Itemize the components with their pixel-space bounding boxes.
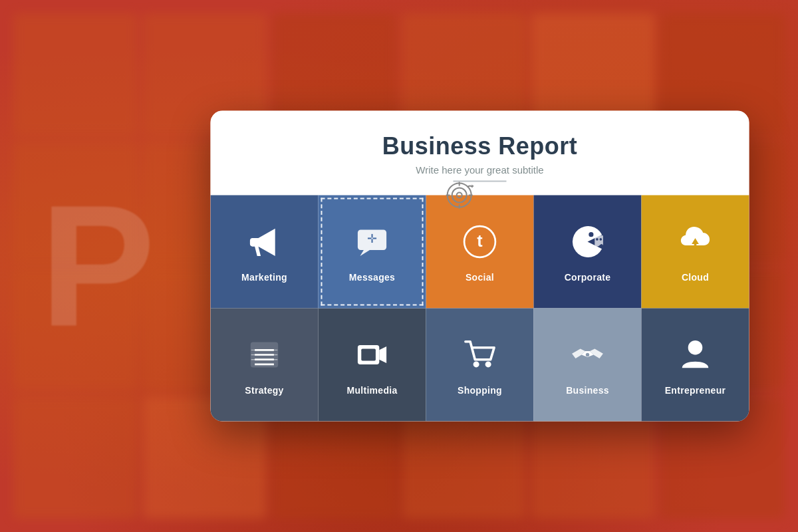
card-title: Business Report <box>224 132 736 160</box>
svg-marker-9 <box>360 250 370 256</box>
tiles-grid: Marketing ✛ Messages t Socia <box>211 196 749 422</box>
twitter-icon: t <box>460 221 501 263</box>
tile-marketing[interactable]: Marketing <box>211 196 319 309</box>
marketing-label: Marketing <box>241 272 287 283</box>
corporate-label: Corporate <box>565 272 611 283</box>
svg-point-14 <box>596 238 598 241</box>
card-header: Business Report Write here your great su… <box>211 111 749 196</box>
tile-shopping[interactable]: Shopping <box>426 309 534 422</box>
tile-multimedia[interactable]: Multimedia <box>319 309 426 422</box>
svg-point-29 <box>485 361 491 367</box>
svg-rect-27 <box>361 349 376 361</box>
shopping-label: Shopping <box>458 385 502 396</box>
main-card: Business Report Write here your great su… <box>211 111 749 422</box>
tile-entrepreneur[interactable]: Entrepreneur <box>642 309 749 422</box>
svg-point-30 <box>586 353 589 356</box>
tile-business[interactable]: Business <box>534 309 642 422</box>
cart-icon <box>460 334 501 376</box>
strategy-label: Strategy <box>245 385 283 396</box>
svg-point-1 <box>452 188 467 203</box>
svg-text:✛: ✛ <box>367 232 377 245</box>
cloud-label: Cloud <box>682 272 709 283</box>
tile-corporate[interactable]: Corporate <box>534 196 642 309</box>
pacman-icon <box>567 221 608 263</box>
tile-messages[interactable]: ✛ Messages <box>319 196 426 309</box>
svg-text:t: t <box>477 231 483 250</box>
multimedia-label: Multimedia <box>346 385 397 396</box>
messages-label: Messages <box>349 272 395 283</box>
list-icon <box>244 334 285 376</box>
tile-social[interactable]: t Social <box>426 196 534 309</box>
chat-icon: ✛ <box>352 221 393 263</box>
megaphone-icon <box>244 221 285 263</box>
svg-point-28 <box>473 361 479 367</box>
svg-point-2 <box>457 193 462 198</box>
card-subtitle: Write here your great subtitle <box>224 164 736 176</box>
video-icon <box>352 334 393 376</box>
tile-strategy[interactable]: Strategy <box>211 309 319 422</box>
svg-marker-26 <box>379 346 386 363</box>
person-icon <box>675 334 716 376</box>
svg-point-15 <box>600 238 602 241</box>
svg-point-13 <box>589 232 593 237</box>
svg-point-31 <box>688 340 703 355</box>
business-label: Business <box>566 385 609 396</box>
social-label: Social <box>466 272 494 283</box>
cloud-upload-icon <box>675 221 716 263</box>
handshake-icon <box>567 334 608 376</box>
entrepreneur-label: Entrepreneur <box>665 385 726 396</box>
tile-cloud[interactable]: Cloud <box>642 196 749 309</box>
target-icon <box>445 181 474 210</box>
